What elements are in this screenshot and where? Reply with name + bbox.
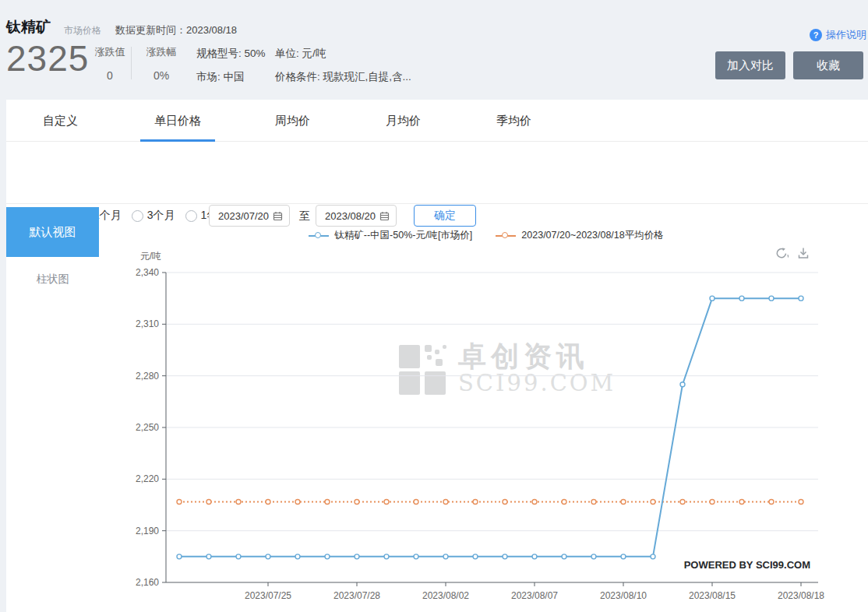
tab-custom[interactable]: 自定义	[43, 100, 78, 142]
radio-3-month[interactable]: 3个月	[132, 209, 175, 223]
spec-market: 市场: 中国	[196, 70, 245, 84]
spec-condition: 价格条件: 现款现汇,自提,含...	[275, 70, 411, 84]
radio-icon	[185, 210, 197, 222]
date-from-value: 2023/07/20	[218, 210, 269, 222]
spec-unit: 单位: 元/吨	[275, 47, 326, 61]
date-from-input[interactable]: 2023/07/20	[209, 205, 290, 227]
sidebar-item-default-view[interactable]: 默认视图	[6, 207, 99, 257]
change-pct: 0%	[140, 69, 182, 82]
svg-text:2,190: 2,190	[136, 526, 159, 536]
filter-bar: 时间周期 1个月 3个月 1年 2023/07/20	[6, 142, 868, 204]
calendar-icon	[379, 211, 390, 221]
main-card: 自定义 单日价格 周均价 月均价 季均价 时间周期 1个月 3个月 1年 202…	[6, 100, 868, 612]
sidebar-item-bar-chart[interactable]: 柱状图	[6, 269, 99, 288]
radio-icon	[132, 210, 143, 222]
date-to-input[interactable]: 2023/08/20	[316, 205, 397, 227]
axes	[162, 273, 818, 586]
calendar-icon	[273, 211, 283, 221]
tab-bar: 自定义 单日价格 周均价 月均价 季均价	[6, 100, 868, 142]
legend-item-price-series[interactable]: 钛精矿--中国-50%-元/吨[市场价]	[309, 229, 472, 242]
chart-panel: 钛精矿--中国-50%-元/吨[市场价] 2023/07/20~2023/08/…	[104, 224, 868, 610]
svg-text:2023/08/15: 2023/08/15	[689, 590, 736, 601]
y-axis-unit-label: 元/吨	[120, 250, 161, 263]
svg-text:2,280: 2,280	[136, 371, 159, 382]
svg-text:2,250: 2,250	[136, 422, 159, 433]
svg-text:2023/08/10: 2023/08/10	[600, 590, 647, 601]
tab-weekly-avg[interactable]: 周均价	[275, 100, 310, 142]
current-price: 2325	[6, 37, 89, 79]
update-time-value: 2023/08/18	[186, 24, 237, 36]
change-pct-label: 涨跌幅	[140, 45, 182, 59]
add-compare-button[interactable]: 加入对比	[715, 51, 785, 79]
data-update-time: 数据更新时间：2023/08/18	[115, 23, 237, 37]
legend-label: 钛精矿--中国-50%-元/吨[市场价]	[334, 229, 472, 242]
price-line-chart[interactable]: 2,1602,1902,2202,2502,2802,3102,3402023/…	[104, 224, 868, 610]
date-range-to-label: 至	[299, 205, 310, 227]
legend-label: 2023/07/20~2023/08/18平均价格	[521, 229, 663, 242]
tab-quarterly-avg[interactable]: 季均价	[496, 100, 531, 142]
download-icon[interactable]	[796, 246, 810, 260]
page-subtitle: 市场价格	[64, 24, 101, 37]
svg-text:2023/07/28: 2023/07/28	[333, 590, 380, 601]
update-time-label: 数据更新时间：	[115, 24, 186, 36]
refresh-icon[interactable]	[774, 246, 789, 260]
svg-text:2023/08/02: 2023/08/02	[422, 590, 469, 601]
change-pct-block: 涨跌幅 0%	[140, 45, 182, 82]
axis-labels: 2,1602,1902,2202,2502,2802,3102,3402023/…	[136, 267, 824, 601]
svg-text:2023/08/18: 2023/08/18	[778, 590, 824, 601]
radio-label: 3个月	[147, 209, 175, 223]
page-title: 钛精矿	[6, 17, 51, 37]
svg-text:2,340: 2,340	[136, 267, 159, 278]
question-icon: ?	[810, 29, 822, 41]
svg-text:2,160: 2,160	[136, 577, 159, 588]
favorite-button[interactable]: 收藏	[793, 51, 863, 79]
help-link[interactable]: ? 操作说明	[810, 28, 866, 42]
average-line-series	[177, 500, 803, 505]
change-value-label: 涨跌值	[89, 45, 131, 59]
svg-text:2,310: 2,310	[136, 318, 159, 329]
legend-line-marker-orange	[496, 235, 516, 237]
date-to-value: 2023/08/20	[325, 210, 376, 222]
svg-text:2,220: 2,220	[136, 473, 159, 484]
header: 钛精矿 市场价格 数据更新时间：2023/08/18 2325 涨跌值 0 涨跌…	[0, 0, 868, 100]
gridlines	[166, 273, 818, 531]
divider	[131, 47, 132, 79]
change-value: 0	[89, 69, 131, 82]
svg-text:2023/07/25: 2023/07/25	[245, 590, 291, 601]
confirm-button[interactable]: 确定	[414, 205, 476, 227]
spec-model: 规格型号: 50%	[196, 47, 266, 61]
change-value-block: 涨跌值 0	[89, 45, 131, 82]
tab-monthly-avg[interactable]: 月均价	[386, 100, 421, 142]
legend-item-average-series[interactable]: 2023/07/20~2023/08/18平均价格	[496, 229, 663, 242]
legend-line-marker-blue	[309, 235, 329, 237]
chart-legend: 钛精矿--中国-50%-元/吨[市场价] 2023/07/20~2023/08/…	[104, 229, 868, 242]
help-label: 操作说明	[826, 28, 866, 42]
svg-text:2023/08/07: 2023/08/07	[511, 590, 558, 601]
tab-daily-price[interactable]: 单日价格	[154, 100, 201, 142]
powered-by-text: POWERED BY SCI99.COM	[684, 559, 810, 571]
